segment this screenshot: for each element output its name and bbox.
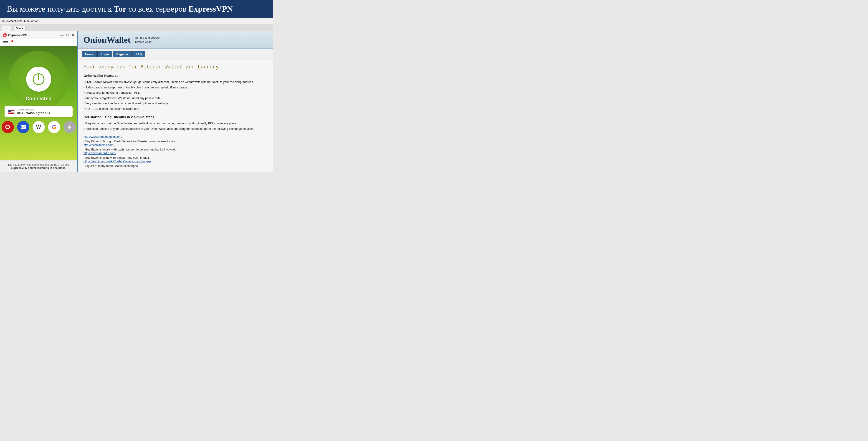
feature-item-4: • Very simple user interface, no complic… <box>84 101 268 106</box>
feature-item-2: • Protect your funds with a transaction … <box>84 91 268 95</box>
link-3[interactable]: https://en.bitcoin.it/wiki/Trade#Currenc… <box>84 160 268 163</box>
vpn-shortcut-icons: O ✉ W G + <box>2 121 76 133</box>
vpn-menu-area <box>0 39 77 46</box>
location-label: Current Location <box>17 108 50 111</box>
link-0-desc: - Buy Bitcoins through: Cash Deposit and… <box>84 140 176 143</box>
vpn-restore-btn[interactable]: □ <box>66 33 69 37</box>
expressvpn-logo-icon <box>3 33 7 37</box>
exchange-link-1: http://localbitcoins.com/ - Buy Bitcoins… <box>84 143 268 151</box>
onionwallet-logo: OnionWallet <box>84 35 131 45</box>
power-icon <box>32 73 45 86</box>
vpn-location-bar[interactable]: Current Location USA - Washington DC ··· <box>5 106 72 117</box>
vpn-footer-text1: Did you know? You can check the status o… <box>8 163 69 166</box>
nav-home-btn[interactable]: Home <box>82 51 97 57</box>
onionwallet-panel: OnionWallet Simple and secure Bitcoin wa… <box>78 31 273 172</box>
feature-item-1: • Safe storage: we keep most of the bitc… <box>84 85 268 90</box>
link-0[interactable]: http://www.nanaimogold.com/ <box>84 135 268 138</box>
expressvpn-panel: ExpressVPN — □ ✕ <box>0 31 78 172</box>
link-3-desc: - Big list of many more Bitcoin exchange… <box>84 164 138 168</box>
location-more-options[interactable]: ··· <box>65 109 69 114</box>
exchange-link-3: https://en.bitcoin.it/wiki/Trade#Currenc… <box>84 160 268 168</box>
vpn-titlebar: ExpressVPN — □ ✕ <box>0 31 77 39</box>
email-shortcut-icon[interactable]: ✉ <box>17 121 29 133</box>
link-2[interactable]: https://bitcoinnordic.com/ <box>84 151 268 155</box>
vpn-window-controls: — □ ✕ <box>60 33 74 37</box>
add-shortcut-icon[interactable]: + <box>63 121 76 133</box>
link-1-desc: - Buy Bitcoins locally with cash - perso… <box>84 148 176 151</box>
step-item-0: • Register an account on OnionWallet and… <box>84 121 268 126</box>
usa-flag-icon <box>8 109 14 114</box>
browser-url-bar[interactable]: ow24et3tetp6tvmk.onion <box>6 19 38 23</box>
nav-register-btn[interactable]: Register <box>113 51 132 57</box>
nav-login-btn[interactable]: Login <box>97 51 112 57</box>
opera-shortcut-icon[interactable]: O <box>2 121 14 133</box>
feature-item-0: • Free Bitcoin Mixer! You will always ge… <box>84 80 268 84</box>
step-item-1: • Purchase Bitcoins to your Bitcoin addr… <box>84 127 268 131</box>
expressvpn-title-text: ExpressVPN <box>8 33 27 37</box>
feature-item-5: • NO FEES except the bitcoin network fee… <box>84 107 268 111</box>
banner-text: Вы можете получить доступ к Tor со всех … <box>7 4 233 14</box>
nav-faq-btn[interactable]: FAQ <box>132 51 145 57</box>
exchange-link-2: https://bitcoinnordic.com/ - Buy Bitcoin… <box>84 151 268 160</box>
hamburger-menu-icon[interactable] <box>3 41 8 44</box>
vpn-close-btn[interactable]: ✕ <box>71 33 74 37</box>
view-menu-btn[interactable]: View▾ <box>14 26 26 31</box>
banner: Вы можете получить доступ к Tor со всех … <box>0 0 273 18</box>
link-1[interactable]: http://localbitcoins.com/ <box>84 143 268 147</box>
exchange-links: http://www.nanaimogold.com/ - Buy Bitcoi… <box>84 135 268 168</box>
steps-title: Get started using Bitcoins in 2 simple s… <box>84 115 268 119</box>
banner-tor: Tor <box>114 4 126 13</box>
browser-tab[interactable]: × <box>2 25 11 31</box>
exchange-link-0: http://www.nanaimogold.com/ - Buy Bitcoi… <box>84 135 268 143</box>
link-2-desc: - Buy Bitcoins using wire transfer and c… <box>84 156 150 159</box>
tab-close-btn[interactable]: × <box>6 26 7 30</box>
features-list: • Free Bitcoin Mixer! You will always ge… <box>84 80 268 111</box>
vpn-status-text: Connected <box>26 96 52 102</box>
onionwallet-nav: Home Login Register FAQ <box>78 49 273 60</box>
vpn-location-info: Current Location USA - Washington DC <box>17 108 50 115</box>
vpn-footer: Did you know? You can check the status o… <box>0 160 77 172</box>
notification-dot <box>11 40 13 42</box>
browser-chrome: ow24et3tetp6tvmk.onion <box>0 18 273 24</box>
features-title: OnionWallet Features: <box>84 74 268 77</box>
feature-item-3: • Anonymous registration: We do not need… <box>84 96 268 100</box>
banner-text-mid: со всех серверов <box>126 4 188 13</box>
steps-section: Get started using Bitcoins in 2 simple s… <box>84 115 268 131</box>
banner-text-prefix: Вы можете получить доступ к <box>7 4 114 13</box>
banner-expressvpn: ExpressVPN <box>188 4 233 13</box>
onionwallet-body: Your anonymous Tor Bitcoin Wallet and La… <box>78 60 273 172</box>
browser-favicon <box>2 20 5 22</box>
vpn-minimize-btn[interactable]: — <box>60 33 64 37</box>
tab-bar: × View▾ <box>0 24 273 31</box>
onionwallet-main-title: Your anonymous Tor Bitcoin Wallet and La… <box>84 64 268 70</box>
vpn-main-area: Connected Current Location USA - Washing… <box>0 46 77 160</box>
vpn-footer-text2: ExpressVPN server locations in one place… <box>11 166 66 170</box>
google-shortcut-icon[interactable]: G <box>48 121 60 133</box>
tagline-line2: Bitcoin wallet <box>135 40 152 44</box>
wikipedia-shortcut-icon[interactable]: W <box>33 121 45 133</box>
vpn-title: ExpressVPN <box>3 33 27 37</box>
location-name: USA - Washington DC <box>17 111 50 115</box>
vpn-power-button[interactable] <box>26 67 51 92</box>
main-content: ExpressVPN — □ ✕ <box>0 31 273 172</box>
onionwallet-header: OnionWallet Simple and secure Bitcoin wa… <box>78 31 273 49</box>
onionwallet-tagline: Simple and secure Bitcoin wallet <box>135 35 160 44</box>
tagline-line1: Simple and secure <box>135 36 160 39</box>
